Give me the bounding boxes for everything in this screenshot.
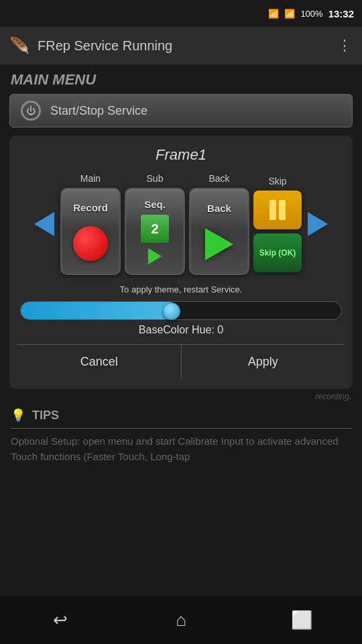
back-nav-icon: ↩ xyxy=(53,610,68,631)
app-icon: 🪶 xyxy=(9,36,29,55)
skip-ok-button[interactable]: Skip (OK) xyxy=(253,233,302,272)
bulb-icon: 💡 xyxy=(11,408,25,423)
wifi-icon: 📶 xyxy=(268,9,279,19)
tips-header: 💡 TIPS xyxy=(11,408,351,423)
back-group-label: Back xyxy=(208,173,229,184)
app-header: 🪶 FRep Service Running ⋮ xyxy=(0,27,362,64)
hue-slider-fill xyxy=(21,302,172,319)
hue-slider-container xyxy=(17,301,345,320)
seq-label: Seq. xyxy=(144,199,166,210)
signal-icon: 📶 xyxy=(284,9,295,19)
bottom-nav-bar: ↩ ⌂ ⬜ xyxy=(0,596,362,644)
pause-bar-right xyxy=(279,200,286,220)
skip-ok-label: Skip (OK) xyxy=(259,248,296,258)
button-row: Main Record Sub Seq. 2 Back Back xyxy=(17,173,345,275)
hue-slider-thumb[interactable] xyxy=(163,303,180,320)
skip-group-label: Skip xyxy=(268,176,286,186)
status-bar: 📶 📶 100% 13:32 xyxy=(0,0,362,27)
pause-bar-left xyxy=(269,200,276,220)
header-menu-button[interactable]: ⋮ xyxy=(337,37,353,54)
recent-nav-icon: ⬜ xyxy=(291,610,312,631)
status-time: 13:32 xyxy=(328,8,354,19)
record-button[interactable]: Record xyxy=(60,188,121,275)
left-arrow-icon xyxy=(34,212,54,236)
seq-button[interactable]: Seq. 2 xyxy=(125,188,185,275)
main-group-label: Main xyxy=(80,173,101,184)
home-nav-button[interactable]: ⌂ xyxy=(154,603,208,637)
skip-button-group: Skip Skip (OK) xyxy=(253,176,302,272)
back-nav-button[interactable]: ↩ xyxy=(34,603,87,637)
wait-button[interactable] xyxy=(253,191,302,229)
app-title: FRep Service Running xyxy=(38,38,329,54)
seq-badge-icon: 2 xyxy=(141,215,169,243)
back-button[interactable]: Back xyxy=(189,188,249,275)
recent-nav-button[interactable]: ⬜ xyxy=(275,603,328,637)
start-stop-button[interactable]: ⏻ Start/Stop Service xyxy=(9,94,353,127)
back-button-group: Back Back xyxy=(189,173,249,275)
tips-title: TIPS xyxy=(32,409,59,423)
sub-group-label: Sub xyxy=(147,173,164,184)
back-play-icon xyxy=(205,228,233,260)
tips-text: Optional Setup: open menu and start Cali… xyxy=(11,434,351,464)
tips-section: 💡 TIPS Optional Setup: open menu and sta… xyxy=(0,401,362,468)
home-nav-icon: ⌂ xyxy=(176,610,186,631)
main-menu-label: MAIN MENU xyxy=(0,64,362,94)
main-button-group: Main Record xyxy=(60,173,121,275)
dialog-title: Frame1 xyxy=(17,146,345,164)
background-recording-text: recording. xyxy=(0,389,362,401)
dialog-actions: Cancel Apply xyxy=(17,344,345,378)
battery-icon: 100% xyxy=(300,9,322,19)
theme-dialog: Frame1 Main Record Sub Seq. 2 xyxy=(9,136,353,389)
sub-button-group: Sub Seq. 2 xyxy=(125,173,185,275)
record-circle-icon xyxy=(73,226,108,261)
seq-play-icon xyxy=(148,248,162,264)
back-label: Back xyxy=(207,203,231,214)
right-arrow-button[interactable] xyxy=(306,212,330,236)
left-arrow-button[interactable] xyxy=(32,212,56,236)
hue-slider-track[interactable] xyxy=(20,301,342,320)
cancel-button[interactable]: Cancel xyxy=(17,345,182,378)
base-color-label: BaseColor Hue: 0 xyxy=(17,324,345,336)
skip-controls: Skip (OK) xyxy=(253,191,302,272)
theme-info-text: To apply theme, restart Service. xyxy=(17,284,345,294)
apply-button[interactable]: Apply xyxy=(182,345,345,378)
tips-divider xyxy=(11,428,351,429)
right-arrow-icon xyxy=(308,212,328,236)
start-stop-label: Start/Stop Service xyxy=(50,104,147,118)
record-label: Record xyxy=(73,202,108,213)
seq-number: 2 xyxy=(151,221,158,237)
power-icon: ⏻ xyxy=(21,101,41,121)
